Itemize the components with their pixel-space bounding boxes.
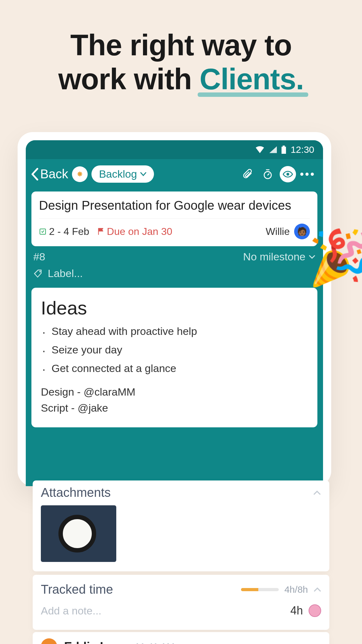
more-button[interactable]: ••• <box>300 168 315 181</box>
assignee-avatar: 🧑🏾 <box>294 224 310 239</box>
attachment-thumbnail[interactable] <box>41 505 116 562</box>
flag-icon <box>97 227 104 236</box>
cellular-icon <box>269 146 277 153</box>
attachment-button[interactable] <box>239 166 256 182</box>
note-avatar <box>309 604 321 617</box>
divider <box>39 218 310 219</box>
timer-button[interactable] <box>260 166 276 182</box>
assignee-name: Willie <box>266 226 290 237</box>
label-placeholder: Label... <box>48 267 83 280</box>
tag-icon <box>33 269 43 278</box>
marketing-headline: The right way to work with Clients. <box>0 28 362 96</box>
comment-row[interactable]: Eddie Love 11:41 AM <box>33 632 329 644</box>
svg-point-3 <box>287 173 289 175</box>
phone-frame: 12:30 Back ✸ Backlog <box>18 132 331 486</box>
chevron-left-icon <box>30 168 40 180</box>
attachments-heading: Attachments <box>41 486 111 500</box>
headline-line1: The right way to <box>70 29 292 62</box>
headline-line2-prefix: work with <box>58 63 200 96</box>
status-dropdown[interactable]: Backlog <box>91 165 154 183</box>
due-chip[interactable]: Due on Jan 30 <box>97 226 172 237</box>
list-item: Stay ahead with proactive help <box>52 325 308 337</box>
milestone-label: No milestone <box>243 251 305 263</box>
comment-avatar <box>41 638 57 644</box>
visibility-button[interactable] <box>280 166 296 182</box>
description-credits: Design - @claraMM Script - @jake <box>41 384 308 416</box>
tracked-time-section: Tracked time 4h/8h Add a note... 4h <box>33 575 329 630</box>
list-item: Get connected at a glance <box>52 362 308 375</box>
comment-time: 11:41 AM <box>135 641 175 644</box>
statusbar-time: 12:30 <box>291 144 314 155</box>
attachments-section: Attachments <box>33 480 329 571</box>
collapse-button[interactable] <box>313 490 321 495</box>
status-bar: 12:30 <box>26 140 323 159</box>
ideas-list: Stay ahead with proactive help Seize you… <box>41 325 308 375</box>
back-label: Back <box>40 167 68 181</box>
note-duration: 4h <box>290 604 303 617</box>
assignee-chip[interactable]: Willie 🧑🏾 <box>266 224 310 239</box>
watch-image <box>58 515 96 552</box>
milestone-dropdown[interactable]: No milestone <box>243 251 315 263</box>
svg-rect-0 <box>282 146 285 147</box>
chevron-down-icon <box>309 255 315 259</box>
date-range-chip[interactable]: 2 - 4 Feb <box>39 226 89 237</box>
description-heading: Ideas <box>41 297 308 319</box>
wifi-icon <box>255 146 264 153</box>
label-input[interactable]: Label... <box>26 263 323 286</box>
stopwatch-icon <box>262 169 273 180</box>
app-bar: Back ✸ Backlog ••• <box>26 159 323 192</box>
tracked-time-heading: Tracked time <box>41 582 113 597</box>
comment-author: Eddie Love <box>64 640 128 644</box>
paperclip-icon <box>242 169 253 180</box>
card-number: #8 <box>33 251 45 263</box>
svg-rect-1 <box>282 147 286 154</box>
phone-screen: 12:30 Back ✸ Backlog <box>26 140 323 486</box>
chevron-up-icon <box>313 490 321 495</box>
status-dropdown-label: Backlog <box>99 168 137 180</box>
list-item: Seize your day <box>52 344 308 356</box>
progress-bar <box>241 588 279 591</box>
date-range-text: 2 - 4 Feb <box>49 226 89 237</box>
note-input[interactable]: Add a note... <box>41 605 101 617</box>
battery-icon <box>281 146 286 154</box>
tracked-ratio: 4h/8h <box>284 584 308 595</box>
dots-icon: ••• <box>300 168 315 180</box>
task-title[interactable]: Design Presentation for Google wear devi… <box>39 198 310 213</box>
headline-accent: Clients. <box>200 62 304 96</box>
credit-script: Script - @jake <box>41 400 308 416</box>
chevron-down-icon <box>140 172 146 176</box>
calendar-icon <box>39 228 47 235</box>
svg-point-5 <box>39 271 41 272</box>
eye-icon <box>282 170 293 178</box>
back-button[interactable]: Back <box>30 167 68 181</box>
credit-design: Design - @claraMM <box>41 384 308 400</box>
task-title-card: Design Presentation for Google wear devi… <box>31 192 317 246</box>
description-card[interactable]: Ideas Stay ahead with proactive help Sei… <box>31 288 317 427</box>
gear-icon: ✸ <box>77 170 83 179</box>
settings-button[interactable]: ✸ <box>72 166 88 182</box>
due-text: Due on Jan 30 <box>107 226 172 237</box>
chevron-up-icon <box>314 587 321 592</box>
collapse-button[interactable] <box>314 587 321 592</box>
